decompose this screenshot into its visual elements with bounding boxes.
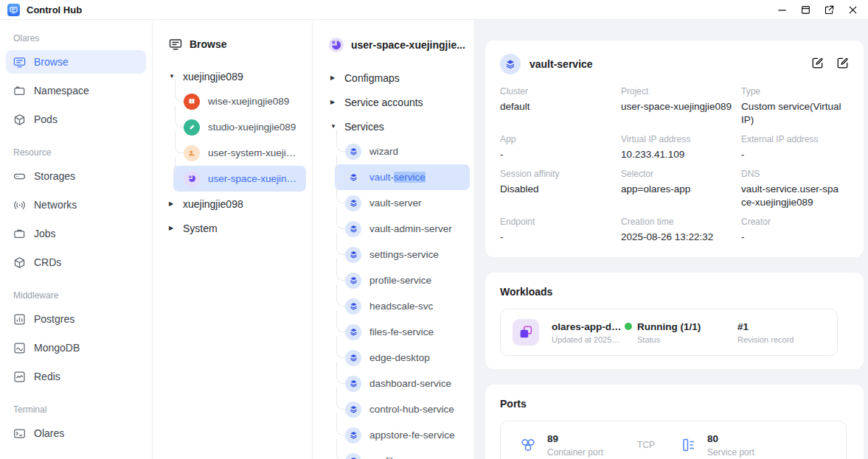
minimize-button[interactable] bbox=[777, 5, 787, 15]
workload-item[interactable]: olares-app-depl... Updated at 2025-08-26… bbox=[500, 309, 838, 356]
tree-node-xuejingjie098[interactable]: ▶ xuejingjie098 bbox=[160, 192, 306, 216]
sidebar-item-label: Olares bbox=[34, 427, 64, 439]
network-icon bbox=[13, 199, 26, 211]
service-item-headscale-svc[interactable]: headscale-svc bbox=[335, 293, 470, 319]
sidebar-item-redis[interactable]: Redis bbox=[6, 365, 146, 388]
group-configmaps[interactable]: ▶ Configmaps bbox=[322, 66, 470, 90]
field-project: Projectuser-space-xuejingjie089 bbox=[621, 86, 741, 127]
sidebar-item-label: Postgres bbox=[34, 313, 74, 325]
caret-down-icon[interactable]: ▼ bbox=[169, 73, 176, 80]
container-port-label: Container port bbox=[547, 447, 603, 458]
section-label-olares: Olares bbox=[13, 33, 146, 43]
service-layers-icon bbox=[345, 298, 361, 315]
workload-status: Running (1/1) bbox=[637, 321, 701, 332]
service-item-edge-desktop[interactable]: edge-desktop bbox=[335, 345, 470, 371]
sidebar-item-label: Storages bbox=[34, 170, 75, 182]
namespace-panel: user-space-xuejingjie... ▶ Configmaps ▶ … bbox=[313, 20, 475, 459]
group-service-accounts[interactable]: ▶ Service accounts bbox=[322, 90, 470, 114]
service-layers-icon bbox=[345, 169, 361, 186]
port-protocol: TCP bbox=[637, 440, 655, 450]
tree-node-system[interactable]: ▶ System bbox=[160, 216, 306, 240]
browse-icon bbox=[169, 38, 182, 51]
service-item-seafile[interactable]: seafile bbox=[335, 448, 470, 459]
titlebar: Control Hub bbox=[0, 0, 868, 20]
service-item-profile-service[interactable]: profile-service bbox=[335, 267, 470, 293]
sidebar-item-storages[interactable]: Storages bbox=[6, 164, 146, 188]
service-item-control-hub-service[interactable]: control-hub-service bbox=[335, 396, 470, 422]
service-layers-icon bbox=[345, 247, 361, 263]
app-title: Control Hub bbox=[27, 4, 82, 15]
container-port-value: 89 bbox=[547, 433, 603, 444]
service-item-wizard[interactable]: wizard bbox=[335, 139, 470, 164]
workload-revision: #1 bbox=[737, 321, 794, 332]
sidebar-item-olares-terminal[interactable]: Olares bbox=[6, 421, 146, 445]
workloads-card: Workloads olares-app-depl... Updated at … bbox=[485, 273, 864, 369]
tree-item-user-system[interactable]: user-system-xuejingj... bbox=[173, 140, 306, 166]
field-cluster: Clusterdefault bbox=[500, 86, 621, 127]
service-detail-title: vault-service bbox=[530, 58, 593, 70]
service-item-vault-admin-server[interactable]: vault-admin-server bbox=[335, 216, 470, 242]
sidebar-item-jobs[interactable]: Jobs bbox=[6, 222, 146, 245]
sidebar-item-postgres[interactable]: Postgres bbox=[6, 307, 146, 331]
edit-icon bbox=[836, 57, 849, 69]
ports-title: Ports bbox=[500, 398, 849, 410]
sidebar-item-namespace[interactable]: Namespace bbox=[6, 79, 146, 102]
sidebar-item-browse[interactable]: Browse bbox=[6, 50, 146, 74]
sidebar-item-label: Redis bbox=[34, 371, 60, 382]
field-virtual-ip: Virtual IP address10.233.41.109 bbox=[621, 134, 741, 161]
section-label-terminal: Terminal bbox=[13, 404, 146, 415]
terminal-icon bbox=[13, 427, 26, 440]
sidebar-item-mongodb[interactable]: MongoDB bbox=[6, 336, 146, 360]
service-layers-icon bbox=[345, 402, 361, 418]
workload-icon bbox=[513, 319, 539, 346]
container-port-icon bbox=[518, 435, 538, 455]
service-item-dashboard-service[interactable]: dashboard-service bbox=[335, 371, 470, 396]
tree-item-wise[interactable]: wise-xuejingjie089 bbox=[173, 88, 306, 114]
service-item-settings-service[interactable]: settings-service bbox=[335, 242, 470, 267]
open-external-button[interactable] bbox=[824, 5, 834, 15]
jobs-icon bbox=[13, 228, 26, 240]
field-external-ip: External IP address- bbox=[741, 134, 849, 161]
tree-item-user-space[interactable]: user-space-xuejingji... bbox=[173, 166, 306, 192]
edit-button[interactable] bbox=[811, 57, 824, 72]
service-item-files-fe-service[interactable]: files-fe-service bbox=[335, 319, 470, 345]
namespace-icon bbox=[13, 85, 26, 97]
caret-down-icon[interactable]: ▼ bbox=[330, 123, 338, 130]
user-space-app-icon bbox=[329, 38, 344, 52]
close-button[interactable] bbox=[848, 5, 858, 15]
user-system-app-icon bbox=[184, 145, 200, 161]
service-layers-icon bbox=[345, 195, 361, 211]
caret-right-icon[interactable]: ▶ bbox=[169, 200, 176, 207]
sidebar-item-label: MongoDB bbox=[34, 342, 80, 354]
caret-right-icon[interactable]: ▶ bbox=[169, 225, 176, 231]
sidebar-item-crds[interactable]: CRDs bbox=[6, 250, 146, 274]
service-layers-icon bbox=[500, 54, 521, 74]
field-dns: DNSvault-service.user-space-xuejingjie08… bbox=[741, 169, 849, 209]
app-logo-icon bbox=[7, 4, 20, 16]
detail-area: vault-service Clusterdefault Projectuser… bbox=[475, 20, 868, 459]
caret-right-icon[interactable]: ▶ bbox=[330, 74, 338, 81]
service-item-vault-server[interactable]: vault-server bbox=[335, 190, 470, 216]
sidebar-item-label: Pods bbox=[34, 113, 58, 125]
restore-button[interactable] bbox=[801, 5, 810, 15]
workload-name: olares-app-depl... bbox=[552, 321, 622, 332]
service-layers-icon bbox=[345, 221, 361, 237]
sidebar-item-label: Browse bbox=[34, 56, 69, 68]
tree-item-studio[interactable]: studio-xuejingjie089 bbox=[173, 114, 306, 140]
storage-icon bbox=[13, 170, 26, 183]
sidebar-item-label: CRDs bbox=[34, 256, 61, 268]
sidebar-item-networks[interactable]: Networks bbox=[6, 193, 146, 217]
panel-title: user-space-xuejingjie... bbox=[351, 39, 465, 51]
sidebar-item-label: Namespace bbox=[34, 85, 89, 97]
crds-icon bbox=[13, 256, 26, 269]
service-item-appstore-fe-service[interactable]: appstore-fe-service bbox=[335, 422, 470, 448]
caret-right-icon[interactable]: ▶ bbox=[330, 99, 338, 105]
service-layers-icon bbox=[345, 144, 361, 160]
postgres-icon bbox=[13, 313, 26, 326]
redis-icon bbox=[13, 371, 26, 383]
sidebar-item-pods[interactable]: Pods bbox=[6, 108, 146, 131]
edit-yaml-button[interactable] bbox=[836, 57, 849, 72]
service-item-vault-service[interactable]: vault-service bbox=[335, 164, 470, 190]
field-creation-time: Creation time2025-08-26 13:22:32 bbox=[621, 217, 741, 244]
service-layers-icon bbox=[345, 376, 361, 392]
